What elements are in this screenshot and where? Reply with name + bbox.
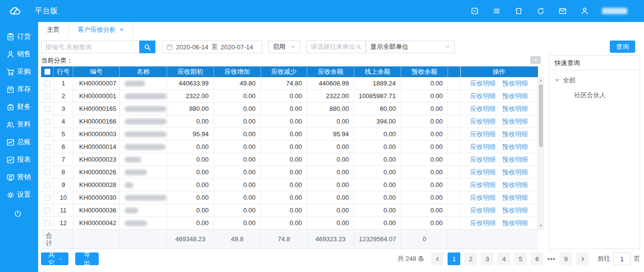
link-prepaid-detail[interactable]: 预收明细 — [502, 117, 528, 126]
cell-value: 880.00 — [167, 103, 214, 115]
unit-search-input[interactable]: 请选择往来单位 — [306, 41, 366, 53]
link-prepaid-detail[interactable]: 预收明细 — [502, 219, 528, 228]
logout-power-button[interactable] — [0, 205, 38, 222]
link-receivable-detail[interactable]: 应收明细 — [470, 193, 495, 202]
sidebar-item-person[interactable]: 销售 — [0, 45, 38, 63]
row-checkbox[interactable] — [44, 195, 50, 201]
sidebar-item-safe[interactable]: 财务 — [0, 98, 38, 116]
receivable-table: 行号编号名称应收期初应收增加应收减少应收余额线上余额预收余额操作 1KH0000… — [41, 66, 538, 249]
prev-page-button[interactable] — [431, 252, 444, 265]
tree-node-community-partner[interactable]: 社区合伙人 — [555, 91, 635, 100]
refresh-icon[interactable] — [536, 6, 545, 16]
table-scrollbar[interactable]: ▲ ▼ — [538, 77, 544, 230]
search-button[interactable] — [139, 41, 155, 53]
scrollbar-down-icon[interactable]: ▼ — [539, 223, 543, 229]
link-receivable-detail[interactable]: 应收明细 — [470, 117, 495, 126]
cell-code: KH00000042 — [73, 217, 120, 229]
cell-value: 95.94 — [167, 128, 214, 140]
row-checkbox[interactable] — [44, 182, 50, 188]
link-prepaid-detail[interactable]: 预收明细 — [502, 105, 528, 113]
cell-value: 0.00 — [214, 90, 261, 102]
mail-icon[interactable] — [558, 6, 567, 16]
row-checkbox[interactable] — [44, 119, 50, 125]
row-checkbox[interactable] — [44, 144, 50, 150]
row-checkbox[interactable] — [44, 106, 50, 112]
sidebar-item-cart[interactable]: 采购 — [0, 63, 38, 81]
link-prepaid-detail[interactable]: 预收明细 — [502, 130, 528, 139]
tab-customer-receivable-analysis[interactable]: 客户应收分析× — [69, 22, 133, 38]
link-prepaid-detail[interactable]: 预收明细 — [502, 181, 528, 189]
link-receivable-detail[interactable]: 应收明细 — [470, 168, 495, 177]
page-button-5[interactable]: 5 — [514, 252, 527, 265]
row-checkbox[interactable] — [44, 131, 50, 137]
page-button-6[interactable]: 6 — [531, 252, 543, 265]
cell-name-redacted — [120, 128, 167, 140]
cell-value: 0.00 — [167, 191, 214, 204]
sidebar-item-clipboard[interactable]: 订货 — [0, 28, 38, 45]
tree-node-all[interactable]: 全部 — [555, 76, 635, 85]
page-button-1[interactable]: 1 — [448, 252, 460, 265]
chat-square-icon[interactable] — [470, 6, 479, 16]
link-receivable-detail[interactable]: 应收明细 — [470, 130, 495, 139]
export-button[interactable]: 导出 — [75, 252, 99, 265]
link-prepaid-detail[interactable]: 预收明细 — [502, 79, 528, 88]
link-prepaid-detail[interactable]: 预收明细 — [502, 168, 528, 177]
shirt-icon[interactable] — [514, 6, 523, 16]
page-ellipsis[interactable]: ••• — [547, 255, 556, 263]
cell-line-number: 3 — [54, 103, 73, 115]
sidebar-item-report[interactable]: 报表 — [0, 151, 38, 168]
cell-value: 0.00 — [261, 90, 307, 102]
page-button-3[interactable]: 3 — [481, 252, 494, 265]
tree-collapse-icon[interactable] — [555, 79, 559, 82]
sidebar-item-box[interactable]: 库存 — [0, 81, 38, 98]
cell-value: 0.00 — [307, 153, 354, 166]
expand-columns-button[interactable]: » — [530, 56, 541, 64]
page-button-4[interactable]: 4 — [497, 252, 510, 265]
goto-page-input[interactable] — [613, 252, 631, 265]
select-all-checkbox[interactable] — [44, 69, 50, 75]
link-receivable-detail[interactable]: 应收明细 — [470, 143, 495, 151]
row-checkbox[interactable] — [44, 208, 50, 213]
scrollbar-up-icon[interactable]: ▲ — [539, 78, 543, 84]
tab-home[interactable]: 主页 — [38, 22, 69, 38]
scrollbar-thumb[interactable] — [539, 84, 543, 147]
sidebar-item-gear[interactable]: 设置 — [0, 186, 38, 204]
link-prepaid-detail[interactable]: 预收明细 — [502, 193, 528, 202]
next-page-button[interactable] — [576, 252, 589, 265]
status-select[interactable]: 启用 — [268, 41, 301, 53]
sidebar-item-ledger[interactable]: 总账 — [0, 133, 38, 151]
row-checkbox[interactable] — [44, 169, 50, 175]
link-receivable-detail[interactable]: 应收明细 — [470, 181, 495, 189]
link-receivable-detail[interactable]: 应收明细 — [470, 105, 495, 113]
date-range-picker[interactable]: 2020-06-14 至 2020-07-14 — [162, 41, 262, 53]
link-prepaid-detail[interactable]: 预收明细 — [502, 143, 528, 151]
cell-value: 0.00 — [401, 128, 448, 140]
link-receivable-detail[interactable]: 应收明细 — [470, 206, 495, 215]
sidebar-item-monitor[interactable]: 营销 — [0, 168, 38, 186]
cell-name-redacted — [120, 166, 167, 178]
row-checkbox[interactable] — [44, 220, 50, 226]
tab-close-icon[interactable]: × — [120, 26, 124, 33]
query-button[interactable]: 查询 — [610, 41, 635, 53]
link-receivable-detail[interactable]: 应收明细 — [470, 79, 495, 88]
page-button-9[interactable]: 9 — [559, 252, 572, 265]
link-receivable-detail[interactable]: 应收明细 — [470, 92, 495, 101]
link-prepaid-detail[interactable]: 预收明细 — [502, 206, 528, 215]
link-receivable-detail[interactable]: 应收明细 — [470, 155, 495, 164]
cell-code: KH00000014 — [73, 141, 120, 153]
row-checkbox[interactable] — [44, 157, 50, 163]
unit-display-select[interactable]: 显示全部单位 — [366, 41, 455, 53]
row-checkbox[interactable] — [44, 81, 50, 86]
page-button-2[interactable]: 2 — [464, 252, 477, 265]
row-checkbox[interactable] — [44, 93, 50, 99]
menu-icon[interactable] — [492, 6, 501, 16]
other-actions-button[interactable]: 其它 — [41, 252, 68, 265]
keyword-search-input[interactable] — [42, 41, 139, 53]
date-separator: 至 — [212, 42, 218, 51]
cell-code: KH00000036 — [73, 204, 120, 216]
link-receivable-detail[interactable]: 应收明细 — [470, 219, 495, 228]
user-icon[interactable] — [580, 6, 589, 16]
sidebar-item-contacts[interactable]: 资料 — [0, 116, 38, 133]
link-prepaid-detail[interactable]: 预收明细 — [502, 155, 528, 164]
link-prepaid-detail[interactable]: 预收明细 — [502, 92, 528, 101]
